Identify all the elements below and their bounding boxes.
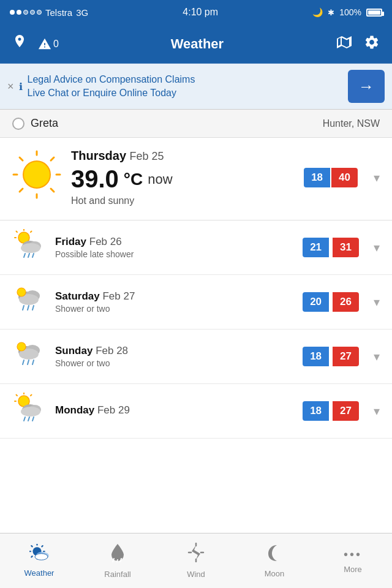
forecast-date: Friday Feb 26 [55,236,294,248]
svg-line-42 [24,417,25,421]
forecast-chevron-icon[interactable]: ▾ [374,240,380,255]
svg-line-44 [32,417,34,421]
svg-line-17 [24,254,25,257]
forecast-chevron-icon[interactable]: ▾ [374,404,380,418]
nav-left: 0 [12,34,59,55]
tab-more-icon: ••• [344,548,362,562]
status-bar: Telstra 3G 4:10 pm 🌙 ✱ 100% [0,0,392,24]
svg-point-0 [23,161,50,188]
svg-line-13 [31,232,32,233]
signal-dot-4 [30,10,35,15]
forecast-date: Monday Feb 29 [55,404,294,417]
forecast-list: Friday Feb 26Possible late shower2131▾ S… [0,221,392,439]
forecast-weather-icon [12,284,47,320]
today-date-val: Feb 25 [130,150,164,162]
forecast-weather-icon [12,338,47,375]
today-day-name: Thursday [71,149,126,162]
today-temp: 39.0 °C now [71,165,294,193]
tab-more[interactable]: ••• More [314,533,392,588]
today-low-badge: 18 [304,168,330,187]
today-temp-value: 39.0 [71,165,119,193]
location-pin-icon[interactable] [12,34,27,55]
forecast-weather-icon [12,229,47,266]
svg-line-7 [51,157,54,160]
today-info: Thursday Feb 25 39.0 °C now Hot and sunn… [71,149,294,206]
nav-right [336,34,380,54]
tab-moon-icon [266,543,283,566]
svg-line-38 [31,395,32,396]
alert-triangle-icon [38,37,51,51]
location-region: Hunter, NSW [323,118,380,129]
tab-wind[interactable]: Wind [157,533,235,588]
tab-moon[interactable]: Moon [235,533,314,588]
scroll-area: × ℹ Legal Advice on Compensation Claims … [0,64,392,533]
svg-line-31 [23,360,24,364]
svg-line-19 [32,254,34,257]
today-chevron-icon[interactable]: ▾ [374,170,380,185]
svg-line-53 [31,556,32,557]
ad-line2: Live Chat or Enquire Online Today [28,88,176,98]
tab-moon-label: Moon [265,569,285,578]
forecast-temp-badges: 1827 [303,401,359,421]
map-icon[interactable] [336,35,353,53]
ad-line1: Legal Advice on Compensation Claims [28,74,195,85]
forecast-row: Friday Feb 26Possible late shower2131▾ [0,221,392,275]
battery-icon [366,9,382,17]
forecast-description: Shower or two [55,358,294,368]
svg-line-18 [28,254,29,257]
forecast-info: Saturday Feb 27Shower or two [55,290,294,314]
forecast-low-badge: 18 [303,401,329,421]
svg-point-30 [17,342,26,351]
svg-line-8 [20,189,23,192]
ad-arrow-button[interactable]: → [348,70,385,103]
location-row: Greta Hunter, NSW [0,110,392,138]
tab-weather-label: Weather [24,568,55,578]
tab-weather[interactable]: Weather [0,533,78,588]
today-now-label: now [148,172,172,187]
today-temp-unit: °C [124,170,143,189]
ad-text[interactable]: Legal Advice on Compensation Claims Live… [28,73,343,100]
forecast-low-badge: 20 [303,292,329,312]
svg-line-12 [17,232,18,233]
forecast-row: Saturday Feb 27Shower or two2026▾ [0,275,392,330]
tab-wind-label: Wind [187,570,205,579]
carrier-label: Telstra [45,7,72,18]
tab-rainfall[interactable]: Rainfall [78,533,157,588]
forecast-chevron-icon[interactable]: ▾ [374,349,380,364]
today-date: Thursday Feb 25 [71,149,294,163]
signal-dot-5 [37,10,42,15]
svg-line-57 [113,559,114,562]
signal-dot-3 [23,10,28,15]
settings-gear-icon[interactable] [364,34,380,54]
forecast-high-badge: 27 [333,347,359,366]
today-card: Thursday Feb 25 39.0 °C now Hot and sunn… [0,138,392,221]
today-description: Hot and sunny [71,195,294,206]
tab-rainfall-label: Rainfall [104,570,130,579]
forecast-description: Shower or two [55,304,294,314]
today-temp-badges: 18 40 [304,168,358,187]
status-left: Telstra 3G [10,7,88,18]
nav-title: Weather [59,36,336,52]
svg-line-25 [28,306,29,310]
svg-point-56 [35,554,48,560]
ad-arrow-icon: → [358,77,374,96]
location-radio[interactable] [12,118,24,130]
nav-bar: 0 Weather [0,24,392,64]
svg-point-41 [21,407,40,417]
signal-dot-2 [17,10,21,15]
forecast-row: Sunday Feb 28Shower or two1827▾ [0,330,392,384]
svg-line-26 [32,306,34,310]
forecast-low-badge: 18 [303,347,329,366]
today-weather-icon [12,150,61,206]
forecast-chevron-icon[interactable]: ▾ [374,295,380,309]
forecast-info: Sunday Feb 28Shower or two [55,345,294,368]
location-left: Greta [12,117,58,130]
ad-close-button[interactable]: × [7,80,14,93]
status-time: 4:10 pm [183,7,218,18]
alert-icon-container: 0 [38,37,59,51]
svg-line-43 [28,417,29,421]
forecast-high-badge: 31 [333,238,359,257]
svg-line-33 [32,360,34,364]
tab-bar: Weather Rainfall Wind [0,533,392,588]
forecast-info: Monday Feb 29 [55,404,294,418]
